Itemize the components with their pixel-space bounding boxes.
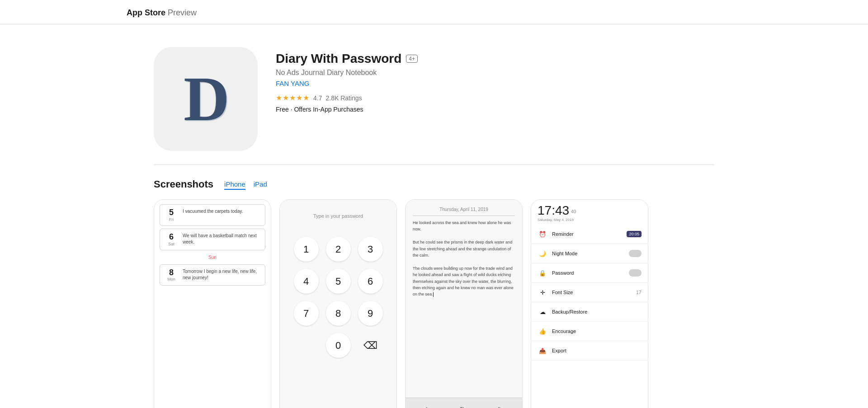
- night-mode-toggle[interactable]: [629, 250, 642, 257]
- settings-font-size: ✛ Font Size 17: [531, 283, 648, 302]
- top-bar-title: App Store Preview: [127, 8, 197, 17]
- key-5[interactable]: 5: [326, 269, 351, 294]
- day-num-4: 8: [165, 268, 178, 277]
- app-icon: D: [154, 47, 258, 151]
- rating-count: 2.8K Ratings: [326, 94, 362, 102]
- ss3-paragraph1: He looked across the sea and knew how al…: [413, 220, 515, 298]
- iap-label: Offers In-App Purchases: [294, 106, 363, 113]
- clock-time: 17:43: [538, 204, 569, 217]
- key-0[interactable]: 0: [326, 333, 351, 358]
- key-9[interactable]: 9: [358, 301, 383, 326]
- key-empty: [294, 333, 319, 358]
- app-rating-row: ★★★★★ 4.7 2.8K Ratings: [276, 94, 418, 102]
- day-name-1: Fri: [165, 217, 178, 222]
- day-num-2: 6: [165, 233, 178, 242]
- password-toggle[interactable]: [629, 269, 642, 277]
- key-8[interactable]: 8: [326, 301, 351, 326]
- day-name-4: Mon: [165, 277, 178, 281]
- screenshots-section: Screenshots iPhone iPad 5 Fri I vacuumed…: [145, 165, 723, 408]
- key-6[interactable]: 6: [358, 269, 383, 294]
- device-tabs: iPhone iPad: [224, 179, 275, 190]
- ss1-diary: 5 Fri I vacuumed the carpets today. 6 Sa…: [154, 200, 271, 408]
- preview-label: Preview: [168, 8, 197, 17]
- key-3[interactable]: 3: [358, 237, 383, 262]
- key-2[interactable]: 2: [326, 237, 351, 262]
- settings-night-mode: 🌙 Night Mode: [531, 244, 648, 263]
- numpad: 1 2 3 4 5 6 7 8 9 0 ⌫: [294, 237, 383, 358]
- diary-date-2: 6 Sat: [165, 233, 178, 246]
- diary-text-2: We will have a basketball match next wee…: [183, 233, 260, 245]
- screenshots-header: Screenshots iPhone iPad: [154, 178, 723, 190]
- app-name: Diary With Password: [276, 52, 401, 66]
- reminder-value: 20:05: [627, 231, 642, 237]
- screenshots-title: Screenshots: [154, 178, 213, 190]
- key-1[interactable]: 1: [294, 237, 319, 262]
- settings-export: 📤 Export: [531, 341, 648, 361]
- settings-reminder: ⏰ Reminder 20:05: [531, 225, 648, 244]
- price-label: Free: [276, 106, 289, 113]
- status-bar: 17:43 40: [531, 200, 648, 218]
- key-7[interactable]: 7: [294, 301, 319, 326]
- app-subtitle: No Ads Journal Diary Notebook: [276, 69, 418, 77]
- ss3-date: Thursday, April 11, 2019: [413, 207, 515, 216]
- stars: ★★★★★: [276, 94, 310, 102]
- screenshot-2: Type in your password 1 2 3 4 5 6 7 8 9 …: [279, 199, 397, 408]
- encourage-icon: 👍: [538, 326, 547, 336]
- ss2-password: Type in your password 1 2 3 4 5 6 7 8 9 …: [280, 200, 396, 408]
- ss3-text: Thursday, April 11, 2019 He looked acros…: [406, 200, 522, 408]
- settings-backup: ☁ Backup/Restore: [531, 302, 648, 322]
- reminder-label: Reminder: [552, 231, 622, 237]
- backup-icon: ☁: [538, 307, 547, 317]
- screenshots-row: 5 Fri I vacuumed the carpets today. 6 Sa…: [154, 199, 723, 408]
- key-back: ⌫: [358, 333, 383, 358]
- export-icon: 📤: [538, 346, 547, 356]
- font-size-icon: ✛: [538, 287, 547, 297]
- rating-value: 4.7: [313, 94, 322, 102]
- settings-list: ⏰ Reminder 20:05 🌙 Night Mode 🔒 Password: [531, 225, 648, 361]
- password-prompt: Type in your password: [313, 213, 363, 219]
- status-date: Saturday, May 4, 2019: [531, 218, 648, 222]
- app-info-section: D Diary With Password 4+ No Ads Journal …: [154, 38, 723, 164]
- diary-entry-1: 5 Fri I vacuumed the carpets today.: [160, 204, 265, 226]
- app-details: Diary With Password 4+ No Ads Journal Di…: [276, 47, 418, 113]
- clock-seconds: 40: [571, 209, 576, 214]
- app-store-label: App Store: [127, 8, 165, 17]
- reminder-icon: ⏰: [538, 229, 547, 239]
- diary-entry-4: 8 Mon Tomorrow I begin a new life, new l…: [160, 264, 265, 286]
- settings-encourage: 👍 Encourage: [531, 322, 648, 341]
- tab-ipad[interactable]: iPad: [254, 179, 267, 190]
- password-label: Password: [552, 270, 624, 276]
- age-rating-badge: 4+: [406, 55, 418, 63]
- day-name-2: Sat: [165, 242, 178, 246]
- text-cursor: [433, 292, 434, 297]
- diary-sunday: Sun: [154, 255, 271, 260]
- app-icon-letter: D: [184, 67, 227, 131]
- tab-iphone[interactable]: iPhone: [224, 179, 245, 190]
- night-mode-icon: 🌙: [538, 249, 547, 258]
- app-name-row: Diary With Password 4+: [276, 52, 418, 66]
- key-4[interactable]: 4: [294, 269, 319, 294]
- settings-password: 🔒 Password: [531, 263, 648, 283]
- diary-entry-2: 6 Sat We will have a basketball match ne…: [160, 229, 265, 250]
- font-size-label: Font Size: [552, 290, 632, 295]
- app-price: Free · Offers In-App Purchases: [276, 106, 418, 113]
- app-developer[interactable]: FAN YANG: [276, 80, 418, 87]
- diary-date-1: 5 Fri: [165, 208, 178, 222]
- day-num-1: 5: [165, 208, 178, 217]
- diary-date-4: 8 Mon: [165, 268, 178, 282]
- diary-text-4: Tomorrow I begin a new life, new life, n…: [183, 268, 260, 281]
- password-icon: 🔒: [538, 268, 547, 278]
- top-bar: App Store Preview: [0, 0, 868, 24]
- diary-text-1: I vacuumed the carpets today.: [183, 208, 260, 215]
- screenshot-1: 5 Fri I vacuumed the carpets today. 6 Sa…: [154, 199, 271, 408]
- keyboard-suggestion-bar: I The I'm: [406, 398, 522, 408]
- screenshot-3: Thursday, April 11, 2019 He looked acros…: [405, 199, 523, 408]
- encourage-label: Encourage: [552, 328, 642, 334]
- ss4-settings: 17:43 40 Saturday, May 4, 2019 ⏰ Reminde…: [531, 200, 648, 408]
- night-mode-label: Night Mode: [552, 251, 624, 256]
- screenshot-4: 17:43 40 Saturday, May 4, 2019 ⏰ Reminde…: [531, 199, 648, 408]
- font-size-value: 17: [636, 290, 642, 295]
- main-content: D Diary With Password 4+ No Ads Journal …: [145, 24, 723, 408]
- export-label: Export: [552, 348, 642, 353]
- backup-label: Backup/Restore: [552, 309, 642, 314]
